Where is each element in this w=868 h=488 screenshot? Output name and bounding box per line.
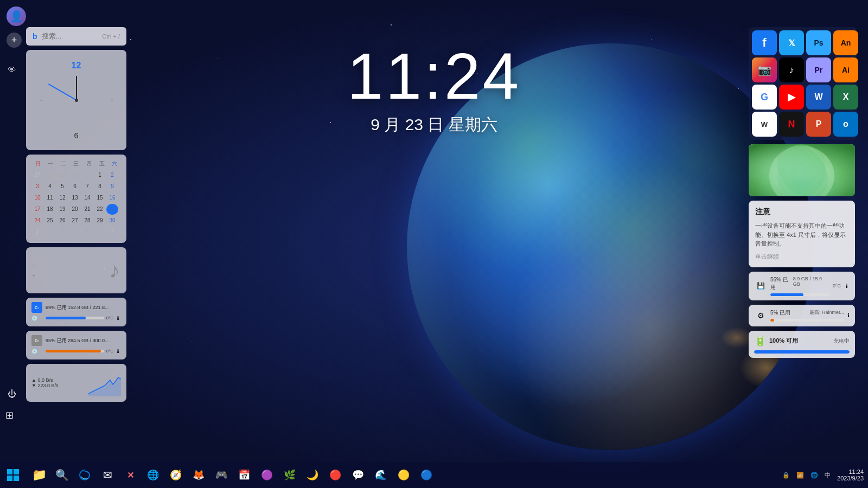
tray-item-ime[interactable]: 中: [822, 470, 833, 480]
app-tiktok[interactable]: ♪: [779, 57, 804, 82]
avatar[interactable]: 👤: [7, 7, 26, 26]
disk-c-widget: C: 69% 已用 152.8 GB / 221.8... 💿 0°C 🌡: [26, 298, 126, 326]
cal-cell[interactable]: 5: [81, 227, 93, 237]
cal-cell[interactable]: 7: [81, 181, 93, 192]
cal-cell[interactable]: 29: [94, 215, 106, 226]
power-button[interactable]: ⏻: [8, 389, 16, 399]
app-twitter[interactable]: 𝕏: [779, 30, 804, 55]
taskbar-app-edge[interactable]: [74, 464, 95, 486]
app-facebook[interactable]: f: [752, 30, 777, 55]
cal-cell[interactable]: 14: [81, 192, 93, 203]
cal-cell[interactable]: 20: [69, 204, 81, 215]
app-excel[interactable]: X: [833, 85, 858, 110]
taskbar-app-mail[interactable]: ✉: [97, 464, 118, 486]
disk-c-row: C: 69% 已用 152.8 GB / 221.8...: [31, 302, 121, 313]
cal-cell[interactable]: 8: [94, 181, 106, 192]
cal-cell[interactable]: 28: [81, 215, 93, 226]
calendar-widget: 日 一 二 三 四 五 六 27 28 29 30 31 1 2 3 4 5 6…: [26, 155, 126, 243]
cal-cell[interactable]: 29: [56, 170, 68, 181]
taskbar-app-12[interactable]: 🌿: [279, 464, 301, 486]
add-widget-button[interactable]: +: [7, 33, 22, 48]
search-shortcut: Ctrl + /: [102, 33, 120, 40]
cal-cell[interactable]: 31: [81, 170, 93, 181]
app-powerpoint[interactable]: P: [806, 112, 831, 137]
app-netflix[interactable]: N: [779, 112, 804, 137]
cal-cell-today[interactable]: 23: [106, 204, 118, 215]
clock-time: 11:24: [347, 43, 521, 108]
app-premiere[interactable]: Pr: [806, 57, 831, 82]
cal-cell[interactable]: 25: [44, 215, 56, 226]
cal-cell[interactable]: 18: [44, 204, 56, 215]
taskbar-app-edge2[interactable]: 🌊: [370, 464, 392, 486]
app-word[interactable]: W: [806, 85, 831, 110]
cal-cell[interactable]: 2: [106, 170, 118, 181]
disk-c-temp-icon: 🌡: [116, 315, 121, 321]
cal-cell[interactable]: 5: [56, 181, 68, 192]
cal-cell[interactable]: 24: [31, 215, 43, 226]
app-wikipedia[interactable]: W: [752, 112, 777, 137]
svg-rect-8: [7, 476, 12, 481]
app-youtube[interactable]: ▶: [779, 85, 804, 110]
app-photoshop[interactable]: Ps: [806, 30, 831, 55]
windows-logo[interactable]: ⊞: [5, 409, 14, 421]
app-instagram[interactable]: 📷: [752, 57, 777, 82]
tray-item-globe[interactable]: 🌐: [808, 471, 820, 480]
cal-cell[interactable]: 4: [69, 227, 81, 237]
calendar-grid: 27 28 29 30 31 1 2 3 4 5 6 7 8 9 10 11 1…: [31, 170, 121, 237]
taskbar-app-wechat[interactable]: 💬: [347, 464, 369, 486]
taskbar-app-14[interactable]: 🔴: [324, 464, 346, 486]
tray-item-lock[interactable]: 🔒: [780, 471, 792, 480]
app-animate[interactable]: An: [833, 30, 858, 55]
cal-cell[interactable]: 30: [106, 215, 118, 226]
cal-cell[interactable]: 7: [106, 227, 118, 237]
app-outlook[interactable]: o: [833, 112, 858, 137]
cal-cell[interactable]: 27: [69, 215, 81, 226]
taskbar-start-button[interactable]: [0, 462, 26, 488]
cal-cell[interactable]: 16: [106, 192, 118, 203]
search-bar[interactable]: b 搜索... Ctrl + /: [26, 27, 126, 46]
cal-cell[interactable]: 12: [56, 192, 68, 203]
app-illustrator[interactable]: Ai: [833, 57, 858, 82]
notice-link[interactable]: 单击继续: [755, 253, 848, 261]
cal-cell[interactable]: 3: [56, 227, 68, 237]
taskbar-app-18[interactable]: 🔵: [416, 464, 437, 486]
taskbar-app-explorer[interactable]: 📁: [28, 464, 50, 486]
tray-item-network[interactable]: 📶: [794, 471, 806, 480]
taskbar-clock[interactable]: 11:24 2023/9/23: [837, 468, 868, 481]
cal-cell[interactable]: 13: [69, 192, 81, 203]
cal-cell[interactable]: 22: [94, 204, 106, 215]
cal-cell[interactable]: 30: [69, 170, 81, 181]
cal-cell[interactable]: 3: [31, 181, 43, 192]
taskbar-app-search[interactable]: 🔍: [51, 464, 73, 486]
cal-cell[interactable]: 4: [44, 181, 56, 192]
taskbar-app-6[interactable]: 🌐: [142, 464, 164, 486]
cal-cell[interactable]: 1: [94, 170, 106, 181]
cal-cell[interactable]: 28: [44, 170, 56, 181]
taskbar-app-5[interactable]: ✕: [119, 464, 141, 486]
eye-button[interactable]: 👁: [8, 65, 16, 75]
app-google[interactable]: G: [752, 85, 777, 110]
svg-rect-1: [749, 144, 855, 196]
clock-widget: 12 6: [26, 50, 126, 150]
memory-info: 56% 已用 8.9 GB / 15.9 GB: [770, 276, 829, 296]
cal-cell[interactable]: 2: [44, 227, 56, 237]
taskbar-app-10[interactable]: 📅: [233, 464, 255, 486]
cal-cell[interactable]: 9: [106, 181, 118, 192]
taskbar-app-11[interactable]: 🟣: [256, 464, 278, 486]
cal-cell[interactable]: 11: [44, 192, 56, 203]
cal-cell[interactable]: 10: [31, 192, 43, 203]
cal-cell[interactable]: 15: [94, 192, 106, 203]
cal-cell[interactable]: 6: [69, 181, 81, 192]
taskbar-app-17[interactable]: 🟡: [393, 464, 414, 486]
taskbar-app-firefox[interactable]: 🦊: [188, 464, 209, 486]
cal-cell[interactable]: 19: [56, 204, 68, 215]
cal-cell[interactable]: 21: [81, 204, 93, 215]
cal-cell[interactable]: 1: [31, 227, 43, 237]
taskbar-app-9[interactable]: 🎮: [210, 464, 232, 486]
taskbar-app-vpn[interactable]: 🌙: [302, 464, 323, 486]
cal-cell[interactable]: 17: [31, 204, 43, 215]
taskbar-app-7[interactable]: 🧭: [165, 464, 187, 486]
cal-cell[interactable]: 6: [94, 227, 106, 237]
cal-cell[interactable]: 27: [31, 170, 43, 181]
cal-cell[interactable]: 26: [56, 215, 68, 226]
